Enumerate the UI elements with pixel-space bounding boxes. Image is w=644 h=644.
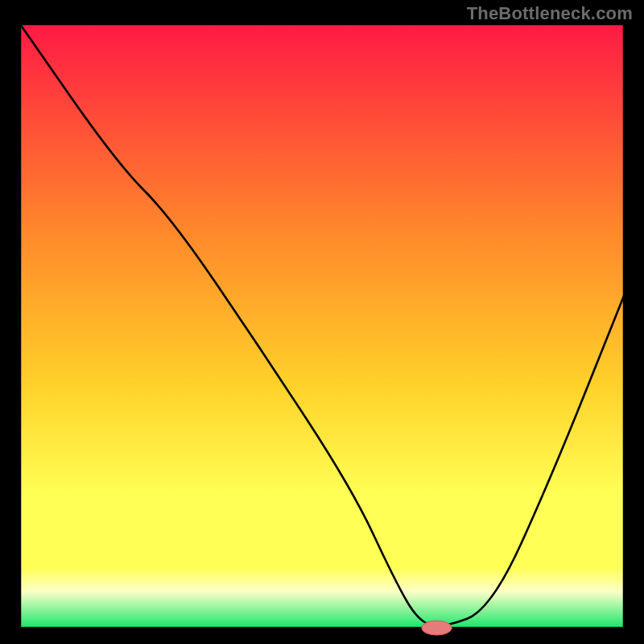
watermark-text: TheBottleneck.com bbox=[467, 3, 633, 24]
optimal-point-marker bbox=[422, 621, 452, 635]
bottleneck-chart bbox=[0, 0, 644, 644]
plot-background bbox=[20, 24, 624, 628]
chart-container: { "watermark": "TheBottleneck.com", "col… bbox=[0, 0, 644, 644]
